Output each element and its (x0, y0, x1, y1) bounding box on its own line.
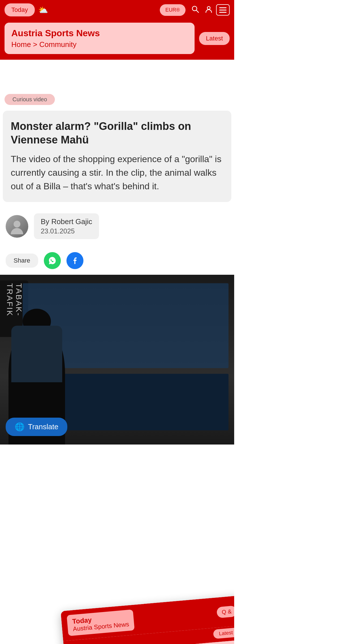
svg-point-2 (207, 7, 210, 9)
site-title: Austria Sports News (11, 28, 188, 38)
svg-point-3 (14, 221, 20, 227)
user-icon[interactable] (205, 5, 213, 15)
author-row: By Robert Gajic 23.01.2025 (0, 209, 234, 244)
breadcrumb-box: Austria Sports News Home > Community (5, 23, 195, 54)
overlay-qa-button[interactable]: Q & (216, 606, 234, 618)
translate-button-image[interactable]: 🌐 Translate (6, 418, 67, 436)
facebook-button[interactable] (66, 252, 83, 269)
overlay-header-left: Today Austria Sports News (67, 609, 135, 636)
translate-icon: 🌐 (15, 422, 25, 432)
overlay-card: Today Austria Sports News Q & Latest "Go… (61, 596, 234, 644)
avatar (6, 215, 28, 238)
app-header: Today ⛅ EUR® (0, 0, 234, 20)
article-title: Monster alarm? "Gorilla" climbs on Vienn… (11, 120, 223, 147)
author-date: 23.01.2025 (41, 227, 92, 235)
breadcrumb-area: Austria Sports News Home > Community Lat… (0, 20, 234, 60)
search-icon[interactable] (191, 5, 199, 15)
today-button[interactable]: Today (5, 3, 35, 16)
menu-button[interactable] (216, 4, 230, 16)
share-row: Share (0, 249, 234, 275)
article-summary: The video of the shopping experience of … (11, 152, 223, 193)
tag-badge[interactable]: Curious video (5, 94, 55, 105)
article-card: Monster alarm? "Gorilla" climbs on Vienn… (3, 111, 231, 202)
article-image: TABAK-TRAFIK 🌐 Translate (0, 275, 234, 445)
author-info: By Robert Gajic 23.01.2025 (34, 213, 99, 239)
author-name: By Robert Gajic (41, 217, 92, 226)
breadcrumb: Home > Community (11, 40, 188, 49)
share-button[interactable]: Share (6, 254, 38, 268)
eur-button[interactable]: EUR® (160, 4, 186, 16)
overlay-latest-button[interactable]: Latest (213, 628, 234, 639)
top-gap: Curious video (0, 60, 234, 111)
translate-label: Translate (28, 422, 58, 431)
weather-icon: ⛅ (38, 5, 48, 15)
whatsapp-button[interactable] (44, 252, 61, 269)
svg-line-1 (196, 10, 199, 12)
latest-button[interactable]: Latest (199, 32, 230, 45)
overlay-section: Today Austria Sports News Q & Latest "Go… (0, 445, 234, 644)
